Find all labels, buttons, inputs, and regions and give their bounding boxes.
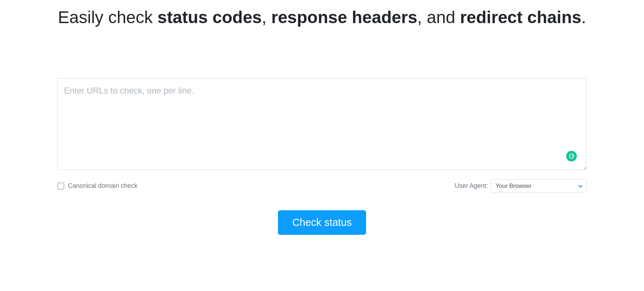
check-status-button[interactable]: Check status: [278, 210, 366, 235]
canonical-checkbox-label: Canonical domain check: [68, 182, 138, 190]
canonical-checkbox[interactable]: [57, 182, 64, 190]
headline-text-mid2: , and: [417, 8, 460, 27]
headline-text-pre: Easily check: [58, 8, 157, 27]
user-agent-select[interactable]: Your Browser: [491, 179, 587, 192]
headline-text-mid1: ,: [262, 8, 272, 27]
page-headline: Easily check status codes, response head…: [57, 6, 587, 28]
canonical-check-option[interactable]: Canonical domain check: [57, 182, 138, 190]
url-input[interactable]: [57, 78, 587, 170]
headline-bold-1: status codes: [157, 8, 262, 27]
headline-text-post: .: [581, 8, 586, 27]
user-agent-label: User Agent:: [455, 182, 488, 190]
headline-bold-2: response headers: [271, 8, 417, 27]
headline-bold-3: redirect chains: [460, 8, 581, 27]
